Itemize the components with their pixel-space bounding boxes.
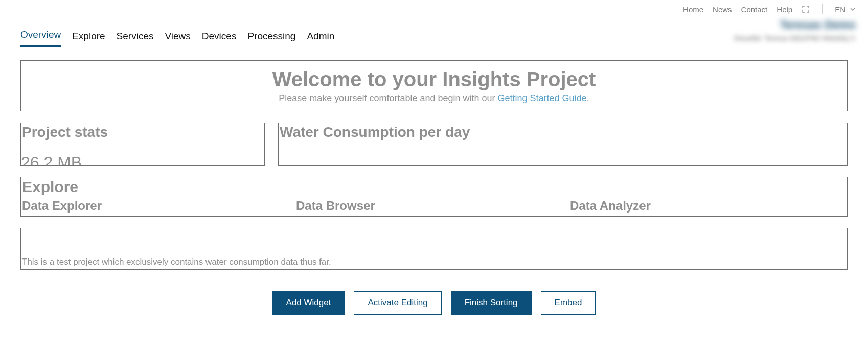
language-label: EN: [835, 5, 846, 14]
welcome-title: Welcome to your Insights Project: [26, 68, 842, 91]
tab-admin[interactable]: Admin: [307, 27, 334, 47]
tab-processing[interactable]: Processing: [247, 27, 295, 47]
water-consumption-widget: Water Consumption per day: [278, 123, 848, 166]
tab-services[interactable]: Services: [117, 27, 154, 47]
welcome-subtitle-prefix: Please make yourself comfortable and beg…: [279, 93, 497, 103]
tab-overview[interactable]: Overview: [20, 25, 61, 47]
fullscreen-icon[interactable]: [802, 5, 810, 13]
language-selector[interactable]: EN: [835, 5, 856, 14]
button-row: Add Widget Activate Editing Finish Sorti…: [20, 291, 848, 315]
explore-col-data-browser[interactable]: Data Browser: [296, 199, 570, 213]
explore-col-data-analyzer[interactable]: Data Analyzer: [570, 199, 844, 213]
tab-explore[interactable]: Explore: [72, 27, 105, 47]
getting-started-link[interactable]: Getting Started Guide: [498, 93, 587, 103]
project-stats-value: 26.2 MB: [21, 153, 82, 166]
user-primary: Teresas Demo: [780, 18, 856, 32]
project-stats-title: Project stats: [22, 124, 261, 140]
note-text: This is a test project which exclusively…: [22, 257, 331, 267]
finish-sorting-button[interactable]: Finish Sorting: [451, 291, 532, 315]
chevron-down-icon: [850, 6, 856, 12]
welcome-subtitle-suffix: .: [587, 93, 589, 103]
tab-views[interactable]: Views: [165, 27, 190, 47]
user-secondary: Reseller Teresa 0902P80 9We60j C: [734, 34, 856, 42]
explore-title: Explore: [22, 178, 844, 196]
topbar-divider: [822, 4, 823, 14]
welcome-subtitle: Please make yourself comfortable and beg…: [26, 93, 842, 104]
activate-editing-button[interactable]: Activate Editing: [354, 291, 441, 315]
topnav-help[interactable]: Help: [776, 5, 792, 14]
topnav-home[interactable]: Home: [683, 5, 703, 14]
embed-button[interactable]: Embed: [541, 291, 596, 315]
project-stats-widget: Project stats 26.2 MB: [20, 123, 265, 166]
note-widget: This is a test project which exclusively…: [20, 228, 848, 270]
content: Welcome to your Insights Project Please …: [0, 51, 868, 329]
explore-col-data-explorer[interactable]: Data Explorer: [22, 199, 296, 213]
topbar: Home News Contact Help EN: [0, 0, 868, 16]
main-tabs: Overview Explore Services Views Devices …: [20, 25, 334, 51]
topnav-news[interactable]: News: [713, 5, 732, 14]
explore-widget: Explore Data Explorer Data Browser Data …: [20, 177, 848, 217]
add-widget-button[interactable]: Add Widget: [272, 291, 345, 315]
topnav-contact[interactable]: Contact: [741, 5, 768, 14]
welcome-widget: Welcome to your Insights Project Please …: [20, 60, 848, 111]
water-consumption-title: Water Consumption per day: [280, 124, 844, 140]
tab-devices[interactable]: Devices: [202, 27, 237, 47]
